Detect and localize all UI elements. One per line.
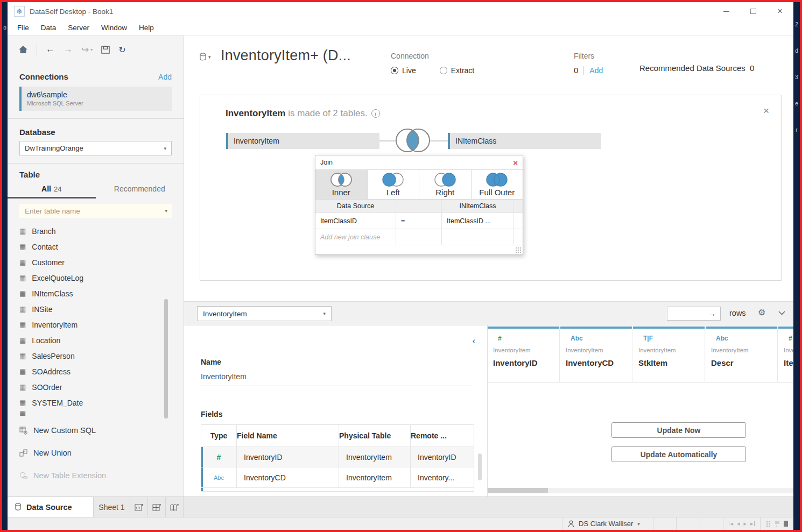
name-value-field[interactable]: InventoryItem bbox=[201, 372, 473, 386]
table-list-item-clipped[interactable]: ▦ bbox=[19, 410, 184, 416]
first-row-icon[interactable]: ◂ bbox=[729, 520, 733, 527]
add-filter-link[interactable]: Add bbox=[589, 66, 603, 75]
join-clause-operator[interactable]: = bbox=[396, 213, 442, 229]
collapse-panel-icon[interactable]: ‹ bbox=[473, 336, 475, 346]
new-custom-sql[interactable]: New Custom SQL bbox=[19, 419, 184, 442]
fields-scrollbar[interactable] bbox=[478, 453, 482, 480]
join-clause-right-field[interactable]: ItemClassID ... bbox=[442, 213, 514, 229]
col-header-physical-table[interactable]: Physical Table bbox=[339, 425, 411, 446]
connection-item[interactable]: dw6\sample Microsoft SQL Server bbox=[19, 87, 172, 111]
canvas-close-icon[interactable]: × bbox=[763, 105, 769, 117]
add-connection-link[interactable]: Add bbox=[158, 73, 172, 81]
join-dialog-close-icon[interactable]: × bbox=[513, 158, 518, 167]
field-row-clipped[interactable] bbox=[201, 487, 474, 491]
col-header-field-name[interactable]: Field Name bbox=[237, 425, 339, 446]
table-list-item[interactable]: ▦InventoryItem bbox=[19, 317, 184, 332]
col-header-type[interactable]: Type bbox=[201, 425, 237, 446]
previous-row-icon[interactable]: ◂ bbox=[737, 520, 740, 527]
forward-button[interactable]: → bbox=[64, 44, 73, 55]
join-venn-icon[interactable] bbox=[395, 127, 431, 154]
new-story-button[interactable] bbox=[166, 497, 184, 517]
table-list-item[interactable]: ▦Contact bbox=[19, 239, 184, 254]
menu-data[interactable]: Data bbox=[41, 24, 57, 32]
sidebar-scrollbar[interactable] bbox=[164, 299, 168, 418]
user-menu[interactable]: DS Clark Walliser ▾ bbox=[562, 517, 653, 530]
table-list-item[interactable]: ▦INItemClass bbox=[19, 286, 184, 301]
recommended-datasources[interactable]: Recommended Data Sources 0 bbox=[639, 63, 754, 73]
field-row[interactable]: Abc InventoryCD InventoryItem Inventory.… bbox=[201, 467, 474, 487]
join-type-full-outer[interactable]: Full Outer bbox=[472, 170, 523, 199]
window-title: DataSelf Desktop - Book1 bbox=[30, 8, 113, 16]
grid-column-header[interactable]: Abc InventoryItem InventoryCD bbox=[560, 327, 632, 382]
solid-view-icon[interactable] bbox=[784, 521, 788, 527]
last-row-icon[interactable]: ▸ bbox=[750, 520, 755, 527]
join-clause-left-field[interactable]: ItemClassID bbox=[315, 213, 396, 229]
table-icon: ▦ bbox=[19, 321, 26, 328]
new-dashboard-button[interactable] bbox=[148, 497, 166, 517]
extract-radio[interactable]: Extract bbox=[440, 66, 475, 75]
sheet-tab-bar: Data Source Sheet 1 bbox=[8, 496, 793, 517]
tab-recommended-tables[interactable]: Recommended bbox=[96, 181, 184, 198]
menu-help[interactable]: Help bbox=[139, 24, 154, 32]
gear-icon[interactable]: ⚙ bbox=[758, 307, 765, 317]
menu-window[interactable]: Window bbox=[101, 24, 127, 32]
table-list-item[interactable]: ▦SalesPerson bbox=[19, 348, 184, 364]
close-button[interactable]: × bbox=[766, 2, 793, 20]
table-list-item[interactable]: ▦Branch bbox=[19, 223, 184, 239]
col-header-remote[interactable]: Remote ... bbox=[411, 425, 473, 446]
new-worksheet-button[interactable] bbox=[130, 497, 148, 517]
join-clause-row[interactable]: ItemClassID = ItemClassID ... bbox=[315, 213, 523, 229]
home-button[interactable] bbox=[18, 45, 28, 54]
rows-limit-input[interactable]: → bbox=[667, 307, 721, 321]
join-type-right[interactable]: Right bbox=[419, 170, 472, 199]
preview-hscroll-thumb[interactable] bbox=[488, 488, 548, 493]
table-search-input[interactable] bbox=[25, 207, 165, 215]
collapse-preview-button[interactable] bbox=[778, 311, 785, 315]
datasource-type-button[interactable]: ▾ bbox=[200, 53, 211, 61]
save-button[interactable] bbox=[101, 46, 110, 54]
update-automatically-button[interactable]: Update Automatically bbox=[611, 446, 746, 462]
filters-group: Filters 0 Add bbox=[574, 52, 603, 75]
metadata-view-icon[interactable] bbox=[775, 521, 780, 527]
table-list-item[interactable]: ▦ExcelQuoteLog bbox=[19, 270, 184, 286]
join-type-left[interactable]: Left bbox=[368, 170, 420, 199]
start-over-button[interactable]: ↪ ▾ bbox=[81, 44, 93, 55]
grid-view-icon[interactable] bbox=[766, 521, 771, 527]
table-list-item[interactable]: ▦SOAddress bbox=[19, 364, 184, 379]
table-pill-right[interactable]: INItemClass bbox=[448, 133, 601, 149]
minimize-button[interactable] bbox=[713, 2, 740, 20]
table-pill-left[interactable]: InventoryItem bbox=[226, 133, 379, 149]
database-select[interactable]: DwTrainingOrange ▾ bbox=[19, 141, 172, 155]
grid-column-header[interactable]: # Inve Iter bbox=[778, 327, 793, 382]
new-story-icon bbox=[170, 503, 179, 511]
add-join-clause-row[interactable]: Add new join clause bbox=[315, 229, 523, 245]
datasource-title[interactable]: InventoryItem+ (D... bbox=[221, 47, 351, 64]
refresh-icon: ↻ bbox=[118, 45, 125, 55]
grid-column-header[interactable]: T|F InventoryItem StkItem bbox=[633, 327, 705, 382]
tab-data-source[interactable]: Data Source bbox=[8, 497, 94, 517]
field-row[interactable]: # InventoryID InventoryItem InventoryID bbox=[201, 446, 474, 467]
tab-all-tables[interactable]: All24 bbox=[8, 181, 96, 198]
table-list-item[interactable]: ▦Customer bbox=[19, 254, 184, 270]
info-icon[interactable]: i bbox=[371, 109, 380, 118]
next-row-icon[interactable]: ▸ bbox=[744, 520, 747, 527]
boolean-type-icon: T|F bbox=[638, 335, 705, 342]
menu-server[interactable]: Server bbox=[68, 24, 89, 32]
table-list-item[interactable]: ▦SOOrder bbox=[19, 379, 184, 395]
menu-file[interactable]: File bbox=[17, 24, 29, 32]
refresh-button[interactable]: ↻ bbox=[118, 45, 125, 55]
grid-column-header[interactable]: Abc InventoryItem Descr bbox=[706, 327, 777, 382]
table-select-dropdown[interactable]: InventoryItem ▾ bbox=[197, 306, 332, 321]
maximize-button[interactable] bbox=[740, 2, 766, 20]
tab-sheet-1[interactable]: Sheet 1 bbox=[94, 497, 130, 517]
join-type-inner[interactable]: Inner bbox=[315, 170, 368, 199]
table-list-item[interactable]: ▦Location bbox=[19, 332, 184, 348]
update-now-button[interactable]: Update Now bbox=[611, 422, 746, 438]
grid-column-header[interactable]: # InventoryItem InventoryID bbox=[488, 327, 559, 382]
live-radio[interactable]: Live bbox=[391, 66, 416, 75]
new-union[interactable]: New Union bbox=[19, 442, 184, 464]
table-list-item[interactable]: ▦SYSTEM_Date bbox=[19, 395, 184, 410]
back-button[interactable]: ← bbox=[46, 44, 55, 55]
table-list-item[interactable]: ▦INSite bbox=[19, 301, 184, 317]
resize-grip-icon[interactable] bbox=[515, 247, 521, 253]
